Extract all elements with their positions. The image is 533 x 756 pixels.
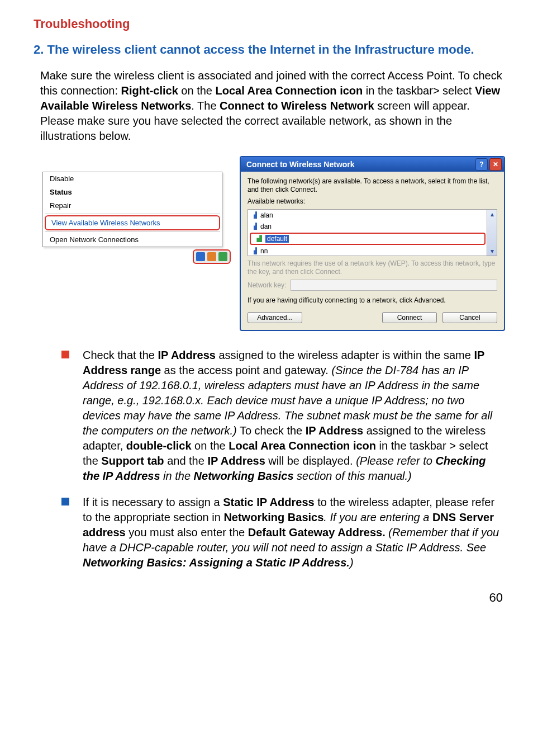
text-bold: IP Address xyxy=(158,349,216,361)
text: assigned to the wireless adapter is with… xyxy=(216,349,474,361)
connect-button[interactable]: Connect xyxy=(382,312,437,323)
text-italic: in the xyxy=(160,470,194,482)
dialog-buttons: Advanced... Connect Cancel xyxy=(248,312,497,323)
text-italic: section of this manual.) xyxy=(294,470,412,482)
menu-item-disable[interactable]: Disable xyxy=(43,172,222,186)
network-icon[interactable] xyxy=(196,252,205,261)
section-title: Troubleshooting xyxy=(34,17,505,31)
text-italic: (Please refer to xyxy=(356,455,435,467)
context-menu-figure: Disable Status Repair View Available Wir… xyxy=(34,156,232,264)
dialog-titlebar: Connect to Wireless Network ? ✕ xyxy=(241,157,504,172)
network-key-input[interactable] xyxy=(291,280,497,291)
network-name: nn xyxy=(260,247,268,255)
signal-icon xyxy=(253,235,262,242)
page-number: 60 xyxy=(34,590,505,605)
text: . The xyxy=(191,100,220,112)
network-key-label: Network key: xyxy=(248,281,286,289)
network-key-row: Network key: xyxy=(248,280,497,291)
scroll-down-icon[interactable]: ▾ xyxy=(487,247,497,256)
text-bold: Connect to Wireless Network xyxy=(220,100,374,112)
signal-icon xyxy=(251,211,257,219)
text-bold: Local Area Connection icon xyxy=(229,440,376,452)
dialog-body: The following network(s) are available. … xyxy=(241,172,504,330)
available-networks-label: Available networks: xyxy=(248,197,497,206)
intro-paragraph: Make sure the wireless client is associa… xyxy=(40,68,505,144)
network-listbox[interactable]: alan dan default nn xyxy=(248,209,497,256)
menu-item-status[interactable]: Status xyxy=(43,186,222,199)
text-bold: Local Area Connection icon xyxy=(216,84,363,97)
menu-item-open-connections[interactable]: Open Network Connections xyxy=(43,233,222,247)
tray-icon[interactable] xyxy=(207,252,216,261)
network-name: alan xyxy=(260,211,273,219)
system-tray xyxy=(34,249,232,264)
text: and the xyxy=(164,455,208,467)
close-button[interactable]: ✕ xyxy=(489,158,502,171)
text-italic: ) xyxy=(350,556,354,569)
text-bold: Networking Basics xyxy=(223,511,323,523)
text: you must also enter the xyxy=(126,526,248,538)
advanced-button[interactable]: Advanced... xyxy=(248,312,302,323)
bullet-square-icon xyxy=(61,351,69,358)
text: in the taskbar> select xyxy=(363,84,475,97)
text-bold: Support tab xyxy=(101,455,164,467)
bullet-row: Check that the IP Address assigned to th… xyxy=(61,348,505,484)
sub-title: 2. The wireless client cannot access the… xyxy=(34,41,505,58)
text: . If you are entering a xyxy=(323,511,432,523)
network-item[interactable]: nn xyxy=(248,245,487,256)
context-menu: Disable Status Repair View Available Wir… xyxy=(42,172,222,247)
text-bold: IP Address xyxy=(207,455,265,467)
text-bold: Static IP Address xyxy=(223,496,314,508)
cancel-button[interactable]: Cancel xyxy=(442,312,497,323)
difficulty-note: If you are having difficulty connecting … xyxy=(248,296,497,304)
page: Troubleshooting 2. The wireless client c… xyxy=(0,0,533,627)
text: will be displayed. xyxy=(265,455,356,467)
menu-separator xyxy=(45,214,220,214)
titlebar-buttons: ? ✕ xyxy=(475,158,502,171)
text: If it is necessary to assign a xyxy=(83,496,223,508)
scroll-up-icon[interactable]: ▴ xyxy=(487,210,497,219)
network-name: default xyxy=(265,235,289,243)
signal-icon xyxy=(251,247,257,254)
text-bold: IP Address xyxy=(306,424,363,437)
signal-icon xyxy=(251,223,257,230)
text-bold-italic: Networking Basics: Assigning a Static IP… xyxy=(83,556,350,569)
figures-row: Disable Status Repair View Available Wir… xyxy=(34,156,505,331)
text-bold: Default Gateway Address. xyxy=(248,526,386,538)
network-item-selected[interactable]: default xyxy=(250,233,486,245)
bullet-text: If it is necessary to assign a Static IP… xyxy=(83,495,505,570)
bullet-square-icon xyxy=(61,498,69,505)
text: Check that the xyxy=(83,349,158,361)
dialog-title-text: Connect to Wireless Network xyxy=(246,160,355,169)
tray-icon[interactable] xyxy=(218,252,227,261)
help-button[interactable]: ? xyxy=(475,158,488,171)
text: as the access point and gateway. xyxy=(161,364,331,376)
text-bold: double-click xyxy=(126,440,192,452)
menu-item-repair[interactable]: Repair xyxy=(43,199,222,212)
network-item[interactable]: alan xyxy=(248,210,487,221)
bullet-text: Check that the IP Address assigned to th… xyxy=(83,348,505,484)
bullet-row: If it is necessary to assign a Static IP… xyxy=(61,495,505,570)
wep-note: This network requires the use of a netwo… xyxy=(248,259,497,276)
text: To check the xyxy=(237,424,306,437)
scrollbar[interactable]: ▴ ▾ xyxy=(487,210,497,256)
text: on the xyxy=(178,84,216,97)
connect-dialog: Connect to Wireless Network ? ✕ The foll… xyxy=(240,156,505,331)
network-name: dan xyxy=(260,223,272,230)
text: on the xyxy=(192,440,229,452)
text-bold-italic: Networking Basics xyxy=(194,470,294,482)
tray-highlight xyxy=(193,249,231,264)
menu-separator xyxy=(45,231,220,232)
dialog-description: The following network(s) are available. … xyxy=(248,177,497,194)
menu-item-view-networks[interactable]: View Available Wireless Networks xyxy=(45,215,220,230)
network-item[interactable]: dan xyxy=(248,221,487,232)
text-bold: Right-click xyxy=(121,84,178,97)
